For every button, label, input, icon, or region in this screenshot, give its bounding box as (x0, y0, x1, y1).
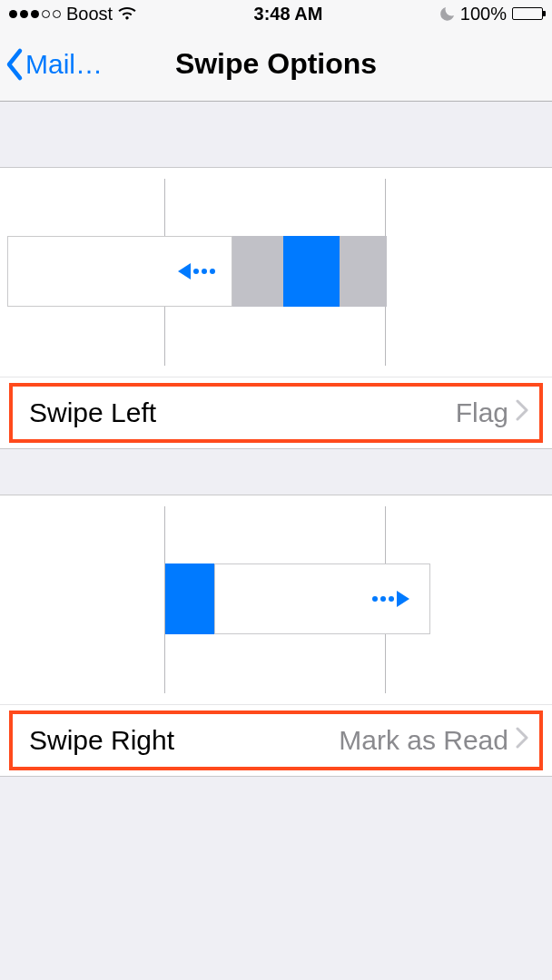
spacer (0, 449, 552, 495)
chevron-left-icon (4, 47, 25, 82)
swipe-right-arrow-icon (372, 591, 409, 607)
wifi-icon (118, 4, 136, 24)
do-not-disturb-icon (440, 6, 455, 21)
svg-marker-0 (178, 263, 191, 279)
nav-bar: Mail… Swipe Options (0, 27, 552, 102)
back-button[interactable]: Mail… (0, 47, 103, 82)
swipe-left-row[interactable]: Swipe Left Flag (9, 383, 543, 443)
spacer (0, 777, 552, 958)
carrier-label: Boost (66, 4, 113, 24)
spacer (0, 102, 552, 167)
swipe-left-value: Flag (456, 397, 508, 428)
svg-marker-1 (397, 591, 409, 607)
swipe-left-arrow-icon (178, 263, 215, 279)
swipe-left-section: Swipe Left Flag (0, 167, 552, 449)
status-bar: Boost 3:48 AM 100% (0, 0, 552, 27)
chevron-right-icon (516, 726, 528, 755)
swipe-left-label: Swipe Left (29, 397, 156, 428)
swipe-right-value: Mark as Read (339, 725, 508, 756)
swipe-right-diagram (0, 495, 552, 704)
chevron-right-icon (516, 398, 528, 427)
status-time: 3:48 AM (254, 4, 323, 24)
swipe-left-diagram (0, 168, 552, 377)
swipe-right-section: Swipe Right Mark as Read (0, 495, 552, 777)
back-button-label: Mail… (25, 49, 103, 80)
status-bar-right: 100% (440, 4, 543, 24)
battery-percentage: 100% (460, 4, 507, 24)
swipe-right-row[interactable]: Swipe Right Mark as Read (9, 710, 543, 770)
signal-strength-icon (9, 10, 61, 18)
swipe-right-label: Swipe Right (29, 725, 174, 756)
battery-icon (512, 7, 543, 20)
status-bar-left: Boost (9, 4, 136, 24)
